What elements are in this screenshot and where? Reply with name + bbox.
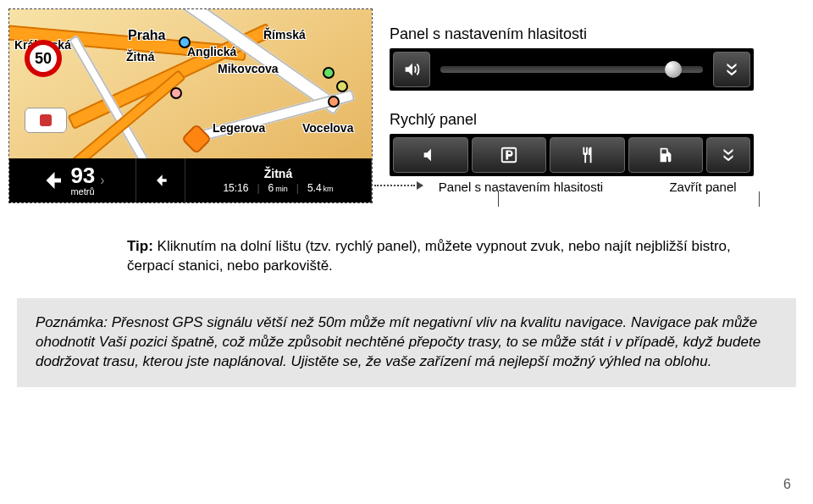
street-label: Žitná xyxy=(126,50,154,64)
turn-left-icon xyxy=(40,168,65,193)
quick-callout-close: Zavřít panel xyxy=(652,180,754,194)
poi-icon xyxy=(170,87,182,99)
volume-slider[interactable] xyxy=(440,66,703,73)
street-label: Vocelova xyxy=(302,121,353,135)
route-name: Žitná xyxy=(264,167,292,180)
connector-line xyxy=(498,191,499,207)
fuel-button[interactable] xyxy=(628,137,704,173)
note-text: Poznámka: Přesnost GPS signálu větší než… xyxy=(36,314,760,369)
speaker-icon xyxy=(402,60,421,79)
tip-text: Kliknutím na dolní lištu (tzv. rychlý pa… xyxy=(127,238,731,274)
collapse-icon xyxy=(719,146,738,164)
chevron-right-icon: › xyxy=(100,173,104,188)
fuel-icon xyxy=(656,146,675,164)
remaining-dist: 5.4 xyxy=(307,182,322,194)
navigation-screenshot: Praha Římská Královská Žitná Anglická Mi… xyxy=(8,8,373,203)
street-label: Mikovcova xyxy=(218,62,279,75)
remaining-dist-unit: km xyxy=(324,185,334,193)
secondary-turn-segment[interactable] xyxy=(136,158,185,202)
mute-icon xyxy=(421,146,440,164)
connector-arrow-icon xyxy=(374,180,422,189)
page-number: 6 xyxy=(783,477,791,492)
map-toggle-icon[interactable] xyxy=(25,108,67,133)
route-info-segment[interactable]: Žitná 15:16 | 6min | 5.4km xyxy=(185,158,372,202)
volume-panel xyxy=(390,48,754,91)
turn-distance-unit: metrů xyxy=(70,186,95,197)
remaining-time-unit: min xyxy=(275,185,288,193)
quick-panel-caption: Rychlý panel xyxy=(390,111,796,129)
eta-time: 15:16 xyxy=(223,182,248,194)
quick-callout-volume: Panel s nastavením hlasitosti xyxy=(390,180,652,194)
parking-icon xyxy=(500,146,518,164)
collapse-button[interactable] xyxy=(713,52,750,87)
poi-icon xyxy=(328,96,340,108)
mute-button[interactable] xyxy=(393,137,468,173)
street-label: Římská xyxy=(263,28,306,42)
tip-label: Tip: xyxy=(127,238,153,254)
restaurant-icon xyxy=(578,146,596,164)
speed-limit-sign: 50 xyxy=(25,40,62,77)
restaurant-button[interactable] xyxy=(550,137,625,173)
quick-panel xyxy=(390,134,754,176)
tip-paragraph: Tip: Kliknutím na dolní lištu (tzv. rych… xyxy=(127,237,779,276)
poi-icon xyxy=(323,67,335,79)
street-label: Anglická xyxy=(187,45,236,58)
speed-limit-value: 50 xyxy=(35,50,52,68)
turn-left-icon xyxy=(152,172,169,189)
speaker-button[interactable] xyxy=(393,52,430,87)
connector-line xyxy=(759,191,760,207)
navigation-bottom-bar[interactable]: 93 metrů › Žitná 15:16 | 6min | 5.4km xyxy=(9,158,372,202)
street-label: Praha xyxy=(128,28,165,43)
volume-knob[interactable] xyxy=(665,61,682,78)
street-label: Legerova xyxy=(213,121,265,135)
poi-icon xyxy=(336,80,348,92)
collapse-icon xyxy=(722,60,741,79)
remaining-time: 6 xyxy=(268,182,274,194)
note-box: Poznámka: Přesnost GPS signálu větší než… xyxy=(17,298,796,387)
parking-button[interactable] xyxy=(472,137,547,173)
primary-turn-segment[interactable]: 93 metrů › xyxy=(9,158,136,202)
turn-distance: 93 xyxy=(70,164,95,186)
volume-panel-caption: Panel s nastavením hlasitosti xyxy=(390,25,796,43)
close-panel-button[interactable] xyxy=(706,137,750,173)
